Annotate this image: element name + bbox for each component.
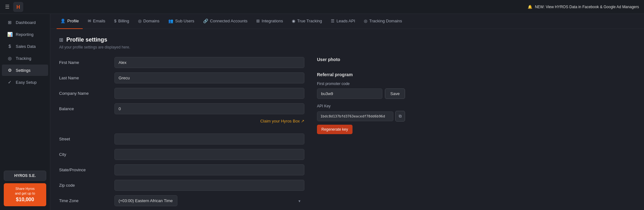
connected-accounts-tab-icon: 🔗 bbox=[203, 19, 208, 23]
sidebar-item-sales-data[interactable]: $ Sales Data bbox=[2, 41, 48, 52]
referral-save-button[interactable]: Save bbox=[385, 88, 405, 99]
last-name-row: Last Name bbox=[59, 72, 304, 83]
company-badge[interactable]: HYROS S.E. bbox=[4, 171, 46, 181]
topbar-left: ☰ H bbox=[5, 2, 23, 12]
user-photo-title: User photo bbox=[317, 57, 405, 62]
api-key-label: API Key bbox=[317, 104, 405, 108]
street-row: Street bbox=[59, 133, 304, 145]
logo-icon: H bbox=[13, 2, 23, 12]
balance-input[interactable] bbox=[114, 103, 304, 114]
balance-label: Balance bbox=[59, 106, 109, 111]
profile-tab-icon: 👤 bbox=[60, 19, 65, 23]
form-layout: First Name Last Name Company Name Balanc… bbox=[59, 57, 635, 210]
sidebar: ⊞ Dashboard 📊 Reporting $ Sales Data ◎ T… bbox=[0, 14, 50, 210]
billing-tab-icon: $ bbox=[114, 19, 116, 23]
tab-billing[interactable]: $ Billing bbox=[110, 14, 133, 29]
integrations-tab-icon: ⊞ bbox=[256, 19, 260, 23]
topbar: ☰ H 🔔 NEW: View HYROS Data in Facebook &… bbox=[0, 0, 644, 14]
tab-true-tracking[interactable]: ◉ True Tracking bbox=[288, 14, 326, 29]
sidebar-bottom: HYROS S.E. Share Hyros and get up to $10… bbox=[0, 167, 50, 210]
city-input[interactable] bbox=[114, 149, 304, 160]
sidebar-item-label: Sales Data bbox=[16, 44, 36, 49]
new-badge-text: NEW: View HYROS Data in Facebook & Googl… bbox=[535, 5, 639, 9]
promo-line2: and get up to bbox=[8, 191, 42, 196]
tab-sub-users[interactable]: 👥 Sub Users bbox=[164, 14, 198, 29]
first-name-input[interactable] bbox=[114, 57, 304, 68]
zip-label: Zip code bbox=[59, 183, 109, 188]
dashboard-icon: ⊞ bbox=[7, 20, 13, 25]
company-name-row: Company Name bbox=[59, 88, 304, 99]
last-name-label: Last Name bbox=[59, 76, 109, 80]
tab-label: Connected Accounts bbox=[210, 19, 247, 23]
sidebar-item-label: Settings bbox=[16, 68, 31, 73]
tab-label: Billing bbox=[118, 19, 129, 23]
tracking-icon: ◎ bbox=[7, 56, 13, 61]
topbar-right: 🔔 NEW: View HYROS Data in Facebook & Goo… bbox=[528, 5, 639, 9]
claim-link-container: Claim your Hyros Box ↗ bbox=[59, 119, 304, 123]
city-label: City bbox=[59, 152, 109, 157]
sidebar-item-settings[interactable]: ⚙ Settings bbox=[2, 65, 48, 76]
tracking-domains-tab-icon: ◎ bbox=[364, 19, 367, 23]
first-promoter-label: First promoter code bbox=[317, 82, 405, 86]
last-name-input[interactable] bbox=[114, 72, 304, 83]
tab-domains[interactable]: ◎ Domains bbox=[134, 14, 163, 29]
tab-label: Sub Users bbox=[175, 19, 194, 23]
street-label: Street bbox=[59, 137, 109, 141]
tab-label: Leads API bbox=[336, 19, 355, 23]
first-promoter-input[interactable] bbox=[317, 88, 382, 99]
timezone-row: Time Zone (+03:00) Eastern African Time … bbox=[59, 195, 304, 206]
page-header-icon: ⊞ bbox=[59, 37, 63, 43]
api-key-section: API Key ⧉ Regenerate key bbox=[317, 104, 405, 134]
sidebar-item-tracking[interactable]: ◎ Tracking bbox=[2, 53, 48, 64]
referral-input-row: Save bbox=[317, 88, 405, 99]
easy-setup-icon: ✓ bbox=[7, 80, 13, 85]
first-name-label: First Name bbox=[59, 60, 109, 65]
first-name-row: First Name bbox=[59, 57, 304, 68]
state-row: State/Province bbox=[59, 164, 304, 175]
svg-text:H: H bbox=[16, 4, 20, 10]
tab-label: Domains bbox=[143, 19, 159, 23]
tab-connected-accounts[interactable]: 🔗 Connected Accounts bbox=[199, 14, 251, 29]
tab-tracking-domains[interactable]: ◎ Tracking Domains bbox=[360, 14, 406, 29]
zip-input[interactable] bbox=[114, 180, 304, 191]
page-title: Profile settings bbox=[66, 37, 107, 43]
zip-row: Zip code bbox=[59, 180, 304, 191]
promo-banner[interactable]: Share Hyros and get up to $10,000 bbox=[4, 183, 46, 206]
reporting-icon: 📊 bbox=[7, 32, 13, 37]
timezone-select-wrapper: (+03:00) Eastern African Time (+00:00) U… bbox=[114, 195, 304, 206]
referral-title: Referral program bbox=[317, 72, 405, 77]
state-input[interactable] bbox=[114, 164, 304, 175]
sidebar-item-label: Easy Setup bbox=[16, 80, 37, 85]
content-area: 👤 Profile ✉ Emails $ Billing ◎ Domains 👥… bbox=[50, 14, 644, 210]
external-link-icon: ↗ bbox=[301, 119, 304, 123]
api-key-input[interactable] bbox=[317, 111, 393, 121]
regenerate-key-button[interactable]: Regenerate key bbox=[317, 125, 353, 134]
referral-section: Referral program First promoter code Sav… bbox=[317, 72, 405, 99]
balance-row: Balance bbox=[59, 103, 304, 114]
sidebar-item-label: Reporting bbox=[16, 32, 33, 37]
sidebar-item-easy-setup[interactable]: ✓ Easy Setup bbox=[2, 77, 48, 88]
company-name-input[interactable] bbox=[114, 88, 304, 99]
timezone-select[interactable]: (+03:00) Eastern African Time (+00:00) U… bbox=[114, 195, 177, 206]
notification-icon: 🔔 bbox=[528, 5, 532, 9]
true-tracking-tab-icon: ◉ bbox=[292, 19, 295, 23]
form-left: First Name Last Name Company Name Balanc… bbox=[59, 57, 304, 210]
settings-icon: ⚙ bbox=[7, 68, 13, 73]
sidebar-item-dashboard[interactable]: ⊞ Dashboard bbox=[2, 17, 48, 28]
leads-api-tab-icon: ☰ bbox=[331, 19, 335, 23]
street-input[interactable] bbox=[114, 133, 304, 145]
tab-profile[interactable]: 👤 Profile bbox=[57, 14, 83, 29]
tab-integrations[interactable]: ⊞ Integrations bbox=[253, 14, 287, 29]
city-row: City bbox=[59, 149, 304, 160]
tab-leads-api[interactable]: ☰ Leads API bbox=[327, 14, 359, 29]
page-subtitle: All your profile settings are displayed … bbox=[59, 45, 635, 49]
page-content: ⊞ Profile settings All your profile sett… bbox=[50, 29, 644, 210]
tab-label: Emails bbox=[93, 19, 105, 23]
claim-link[interactable]: Claim your Hyros Box ↗ bbox=[260, 119, 304, 123]
copy-api-key-button[interactable]: ⧉ bbox=[395, 111, 405, 122]
main-layout: ⊞ Dashboard 📊 Reporting $ Sales Data ◎ T… bbox=[0, 14, 644, 210]
sidebar-item-reporting[interactable]: 📊 Reporting bbox=[2, 29, 48, 40]
hamburger-icon[interactable]: ☰ bbox=[5, 4, 9, 10]
form-divider bbox=[59, 128, 304, 133]
tab-emails[interactable]: ✉ Emails bbox=[84, 14, 109, 29]
